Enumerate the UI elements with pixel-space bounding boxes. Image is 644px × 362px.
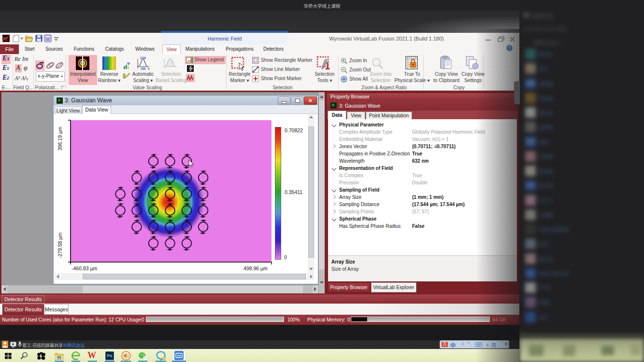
svg-text:max: max (141, 56, 146, 59)
svg-text:min: min (142, 67, 146, 70)
